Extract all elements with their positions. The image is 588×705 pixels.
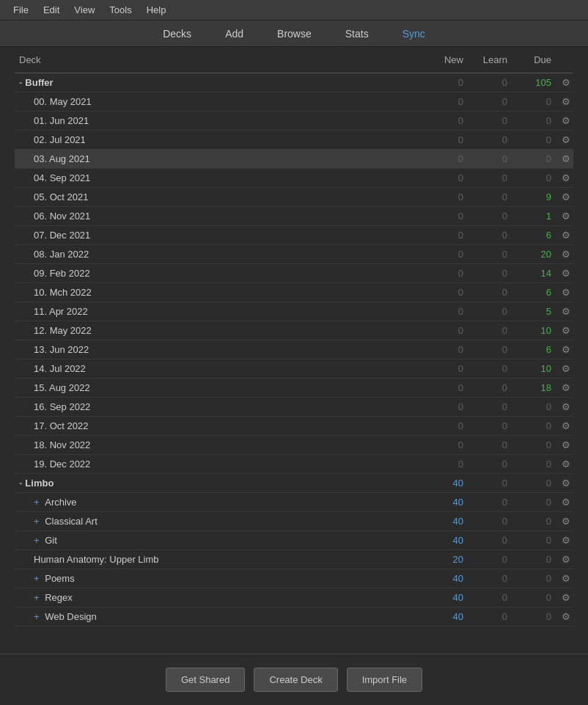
table-row[interactable]: -Limbo4000⚙	[15, 474, 573, 493]
gear-icon[interactable]: ⚙	[562, 325, 570, 336]
table-row[interactable]: 19. Dec 2022000⚙	[15, 455, 573, 474]
deck-name-cell: 06. Nov 2021	[15, 207, 424, 226]
table-row[interactable]: 00. May 2021000⚙	[15, 92, 573, 112]
menu-item-edit[interactable]: Edit	[36, 1, 67, 18]
learn-count: 0	[468, 112, 512, 131]
table-row[interactable]: + Classical Art4000⚙	[15, 512, 573, 531]
gear-icon[interactable]: ⚙	[562, 573, 570, 584]
gear-icon[interactable]: ⚙	[562, 611, 570, 622]
table-row[interactable]: + Regex4000⚙	[15, 588, 573, 607]
due-count: 5	[512, 302, 556, 321]
table-row[interactable]: 02. Jul 2021000⚙	[15, 131, 573, 150]
table-row[interactable]: 10. Mch 2022006⚙	[15, 283, 573, 302]
gear-icon[interactable]: ⚙	[562, 211, 570, 222]
nav-item-browse[interactable]: Browse	[271, 25, 317, 43]
new-count: 0	[424, 436, 468, 455]
gear-icon[interactable]: ⚙	[562, 77, 570, 88]
expand-btn[interactable]: +	[34, 497, 42, 508]
create-deck-button[interactable]: Create Deck	[254, 668, 337, 692]
learn-count: 0	[468, 283, 512, 302]
gear-icon[interactable]: ⚙	[562, 439, 570, 450]
get-shared-button[interactable]: Get Shared	[166, 668, 246, 692]
table-row[interactable]: 13. Jun 2022006⚙	[15, 340, 573, 359]
learn-count: 0	[468, 359, 512, 379]
menu-item-view[interactable]: View	[67, 1, 102, 18]
new-count: 0	[424, 302, 468, 321]
learn-count: 0	[468, 131, 512, 150]
nav-item-stats[interactable]: Stats	[339, 25, 375, 43]
menu-item-tools[interactable]: Tools	[102, 1, 139, 18]
table-row[interactable]: 05. Oct 2021009⚙	[15, 188, 573, 207]
table-row[interactable]: 03. Aug 2021000⚙	[15, 150, 573, 169]
table-row[interactable]: 17. Oct 2022000⚙	[15, 417, 573, 436]
collapse-btn[interactable]: -	[19, 77, 22, 88]
table-row[interactable]: 12. May 20220010⚙	[15, 321, 573, 340]
gear-icon[interactable]: ⚙	[562, 268, 570, 279]
expand-btn[interactable]: +	[34, 611, 42, 622]
table-row[interactable]: + Poems4000⚙	[15, 569, 573, 588]
gear-icon[interactable]: ⚙	[562, 249, 570, 260]
menu-item-help[interactable]: Help	[139, 1, 174, 18]
gear-icon[interactable]: ⚙	[562, 516, 570, 527]
gear-icon[interactable]: ⚙	[562, 230, 570, 241]
due-count: 14	[512, 264, 556, 283]
table-row[interactable]: 01. Jun 2021000⚙	[15, 112, 573, 131]
expand-btn[interactable]: +	[34, 592, 42, 603]
table-row[interactable]: + Archive4000⚙	[15, 493, 573, 512]
gear-icon[interactable]: ⚙	[562, 363, 570, 374]
table-row[interactable]: 04. Sep 2021000⚙	[15, 169, 573, 188]
footer: Get SharedCreate DeckImport File	[0, 654, 588, 705]
gear-icon[interactable]: ⚙	[562, 287, 570, 298]
gear-icon[interactable]: ⚙	[562, 459, 570, 470]
table-row[interactable]: 15. Aug 20220018⚙	[15, 379, 573, 398]
gear-icon[interactable]: ⚙	[562, 420, 570, 431]
due-count: 20	[512, 245, 556, 264]
nav-item-sync[interactable]: Sync	[397, 25, 431, 43]
gear-icon[interactable]: ⚙	[562, 592, 570, 603]
gear-icon[interactable]: ⚙	[562, 306, 570, 317]
table-row[interactable]: 07. Dec 2021006⚙	[15, 226, 573, 245]
table-row[interactable]: 09. Feb 20220014⚙	[15, 264, 573, 283]
deck-name-cell: 02. Jul 2021	[15, 131, 424, 150]
gear-icon[interactable]: ⚙	[562, 554, 570, 565]
gear-icon[interactable]: ⚙	[562, 96, 570, 107]
table-row[interactable]: 14. Jul 20220010⚙	[15, 359, 573, 379]
learn-count: 0	[468, 569, 512, 588]
new-count: 40	[424, 474, 468, 493]
gear-icon[interactable]: ⚙	[562, 344, 570, 355]
gear-icon[interactable]: ⚙	[562, 535, 570, 546]
gear-icon[interactable]: ⚙	[562, 382, 570, 393]
table-row[interactable]: + Web Design4000⚙	[15, 607, 573, 627]
table-row[interactable]: 18. Nov 2022000⚙	[15, 436, 573, 455]
expand-btn[interactable]: +	[34, 535, 42, 546]
gear-icon[interactable]: ⚙	[562, 478, 570, 489]
nav-item-add[interactable]: Add	[219, 25, 249, 43]
table-row[interactable]: 11. Apr 2022005⚙	[15, 302, 573, 321]
table-row[interactable]: 06. Nov 2021001⚙	[15, 207, 573, 226]
nav-item-decks[interactable]: Decks	[157, 25, 197, 43]
table-row[interactable]: -Buffer00105⚙	[15, 73, 573, 92]
table-row[interactable]: 08. Jan 20220020⚙	[15, 245, 573, 264]
gear-cell: ⚙	[556, 417, 573, 436]
due-count: 0	[512, 436, 556, 455]
gear-icon[interactable]: ⚙	[562, 134, 570, 145]
due-count: 0	[512, 474, 556, 493]
table-row[interactable]: + Git4000⚙	[15, 531, 573, 550]
gear-icon[interactable]: ⚙	[562, 172, 570, 183]
menu-item-file[interactable]: File	[6, 1, 36, 18]
due-count: 6	[512, 340, 556, 359]
due-count: 0	[512, 569, 556, 588]
gear-icon[interactable]: ⚙	[562, 401, 570, 412]
gear-icon[interactable]: ⚙	[562, 153, 570, 164]
expand-btn[interactable]: +	[34, 516, 42, 527]
gear-icon[interactable]: ⚙	[562, 115, 570, 126]
expand-btn[interactable]: +	[34, 573, 42, 584]
collapse-btn[interactable]: -	[19, 478, 22, 489]
learn-count: 0	[468, 474, 512, 493]
table-row[interactable]: 16. Sep 2022000⚙	[15, 398, 573, 417]
table-row[interactable]: Human Anatomy: Upper Limb2000⚙	[15, 550, 573, 569]
new-count: 0	[424, 226, 468, 245]
import-file-button[interactable]: Import File	[347, 668, 422, 692]
gear-icon[interactable]: ⚙	[562, 191, 570, 202]
gear-icon[interactable]: ⚙	[562, 497, 570, 508]
